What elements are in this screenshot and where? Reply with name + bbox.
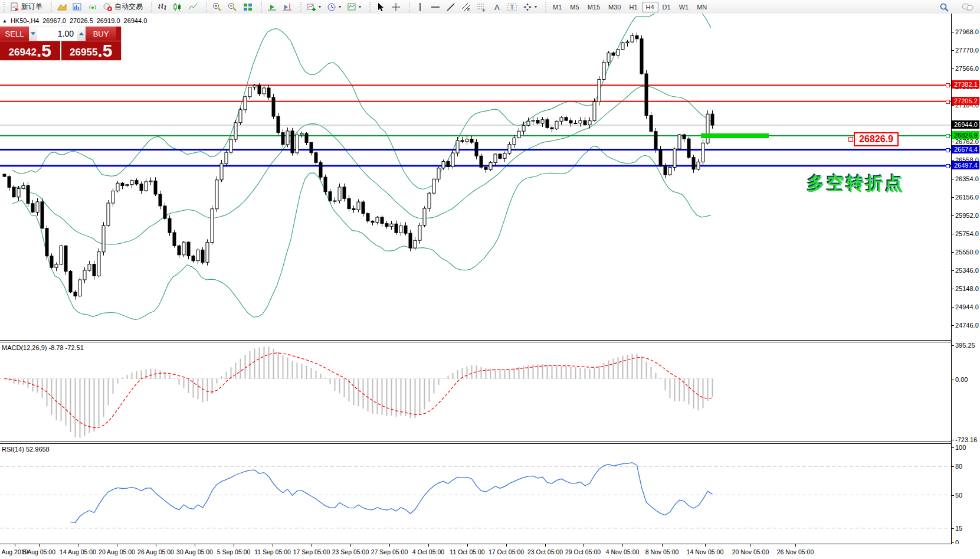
- time-tick: [78, 544, 78, 547]
- time-tick-label: 23 Oct 05:00: [527, 548, 563, 555]
- timeframe-mn-button[interactable]: MN: [693, 2, 711, 12]
- dropdown-caret-icon[interactable]: ▾: [319, 4, 321, 9]
- candle-body: [310, 142, 313, 152]
- buy-price[interactable]: 26955 .5: [61, 41, 122, 60]
- timeframe-m15-button[interactable]: M15: [584, 2, 604, 12]
- horizontal-line-26497.4[interactable]: [0, 165, 951, 166]
- timeframe-m30-button[interactable]: M30: [604, 2, 625, 12]
- chat-icon: [962, 2, 974, 12]
- toolbar-drag-handle[interactable]: [260, 2, 263, 12]
- chart-window[interactable]: ▲ HK50-,H4 26967.0 27026.5 26919.0 26944…: [0, 14, 980, 559]
- toolbar-drag-handle[interactable]: [205, 2, 208, 12]
- indicators-button[interactable]: ▾: [304, 1, 324, 14]
- zoom-in-button[interactable]: [209, 1, 225, 14]
- arrows-button[interactable]: ▾: [520, 1, 540, 14]
- charts-window-button[interactable]: [70, 1, 85, 14]
- dropdown-caret-icon[interactable]: ▾: [359, 4, 361, 9]
- panel-separator[interactable]: [0, 340, 952, 341]
- macd-bar: [103, 379, 104, 417]
- fibonacci-button[interactable]: F: [474, 1, 489, 14]
- line-drag-handle[interactable]: [946, 134, 950, 138]
- line-drag-handle[interactable]: [946, 100, 950, 104]
- macd-indicator-panel[interactable]: [0, 342, 951, 442]
- macd-bar: [292, 361, 293, 379]
- label-button[interactable]: T: [504, 1, 520, 14]
- candle-body: [300, 133, 303, 135]
- timeframe-w1-button[interactable]: W1: [675, 2, 693, 12]
- vertical-line-button[interactable]: [412, 1, 428, 14]
- crosshair-button[interactable]: [388, 1, 404, 14]
- candle-body: [593, 102, 596, 120]
- timeframe-h4-button[interactable]: H4: [642, 2, 658, 12]
- collapse-panel-icon[interactable]: ▲: [2, 18, 7, 24]
- horizontal-line-button[interactable]: [428, 1, 443, 14]
- candle-body: [536, 120, 539, 123]
- toolbar-drag-handle[interactable]: [50, 2, 53, 12]
- panel-separator[interactable]: [0, 442, 952, 442]
- cursor-button[interactable]: [373, 1, 388, 14]
- chat-button[interactable]: [959, 1, 976, 14]
- time-tick-label: 26 Aug 05:00: [137, 548, 174, 555]
- sell-price-main: 26942: [9, 46, 37, 59]
- bar-chart-button[interactable]: [155, 1, 170, 14]
- buy-button[interactable]: BUY: [86, 27, 116, 41]
- new-order-button[interactable]: 新订单: [7, 1, 45, 14]
- signals-button[interactable]: [85, 1, 100, 14]
- chart-text-annotation[interactable]: 多空转折点: [807, 172, 904, 196]
- templates-button[interactable]: ▾: [344, 1, 364, 14]
- volume-increase-button[interactable]: [77, 27, 86, 41]
- horizontal-line-27205.2[interactable]: [0, 101, 951, 102]
- periods-button[interactable]: ▾: [324, 1, 344, 14]
- line-drag-handle[interactable]: [946, 83, 950, 87]
- timeframe-m5-button[interactable]: M5: [566, 2, 583, 12]
- dropdown-caret-icon[interactable]: ▾: [535, 4, 537, 9]
- search-button[interactable]: [936, 1, 954, 14]
- horizontal-line-27382.1[interactable]: [0, 84, 951, 86]
- toolbar-drag-handle[interactable]: [150, 2, 153, 12]
- channel-button[interactable]: E: [458, 1, 474, 14]
- toolbar-drag-handle[interactable]: [300, 2, 303, 12]
- macd-bar: [604, 363, 605, 379]
- dropdown-caret-icon[interactable]: ▾: [339, 4, 341, 9]
- timeframe-m1-button[interactable]: M1: [549, 2, 566, 12]
- tile-windows-button[interactable]: [240, 1, 255, 14]
- trendline-button[interactable]: [443, 1, 458, 14]
- chart-shift-button[interactable]: [280, 1, 295, 14]
- toolbar-drag-handle[interactable]: [408, 2, 411, 12]
- candle-body: [569, 120, 572, 123]
- candle-body: [390, 224, 393, 227]
- sell-button[interactable]: SELL: [0, 27, 29, 41]
- price-tick-label: 27968.0: [955, 28, 979, 35]
- toolbar-drag-handle[interactable]: [369, 2, 372, 12]
- auto-scroll-button[interactable]: [264, 1, 280, 14]
- horizontal-line-26826.9[interactable]: [0, 135, 951, 136]
- toolbar-drag-handle[interactable]: [545, 2, 548, 12]
- autotrading-button[interactable]: 自动交易: [100, 1, 146, 14]
- highlight-trend-segment[interactable]: [701, 133, 769, 138]
- macd-bar: [415, 379, 416, 419]
- sell-price[interactable]: 26942 .5: [0, 41, 61, 60]
- price-level-text-box[interactable]: 26826.9: [854, 132, 899, 146]
- line-chart-button[interactable]: [185, 1, 201, 14]
- line-drag-handle[interactable]: [946, 148, 950, 152]
- profiles-icon-button[interactable]: [54, 1, 70, 14]
- hline-icon: [431, 2, 440, 12]
- line-drag-handle[interactable]: [946, 164, 950, 168]
- timeframe-h1-button[interactable]: H1: [625, 2, 641, 12]
- toolbar-drag-handle[interactable]: [3, 2, 6, 12]
- candle-body: [64, 246, 67, 271]
- zoom-out-button[interactable]: [225, 1, 240, 14]
- volume-input[interactable]: [37, 27, 77, 41]
- candle-body: [230, 139, 232, 152]
- candlestick-chart-button[interactable]: [170, 1, 185, 14]
- price-box-handle[interactable]: [848, 137, 853, 142]
- timeframe-d1-button[interactable]: D1: [658, 2, 675, 12]
- rsi-indicator-panel[interactable]: [0, 444, 951, 544]
- time-tick: [705, 544, 706, 547]
- volume-decrease-button[interactable]: [29, 27, 37, 41]
- time-axis[interactable]: Aug 20198 Aug 05:0014 Aug 05:0020 Aug 05…: [0, 544, 980, 559]
- text-button[interactable]: A: [489, 1, 504, 14]
- close-value: 26944.0: [124, 17, 148, 24]
- macd-bar: [150, 369, 152, 379]
- candle-body: [381, 217, 384, 224]
